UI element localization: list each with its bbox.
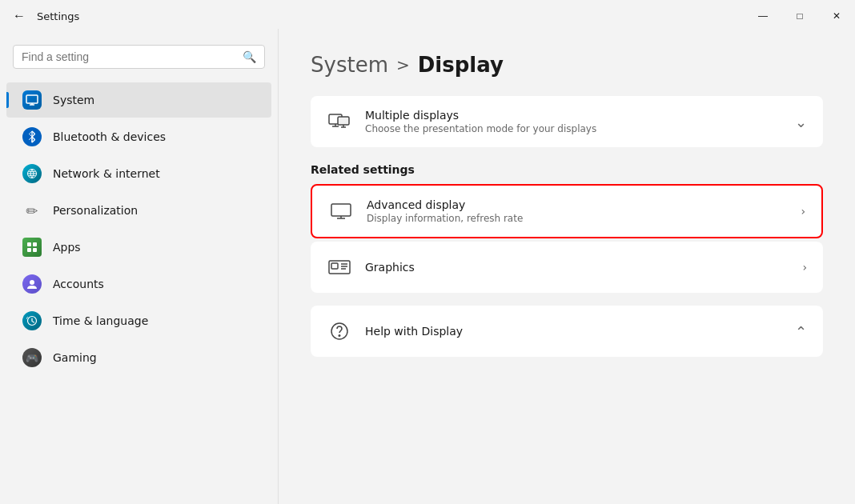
- personalization-icon: ✏️: [22, 201, 42, 220]
- graphics-icon: [327, 254, 352, 280]
- sidebar-accounts-label: Accounts: [53, 278, 104, 290]
- titlebar-left: ← Settings: [10, 6, 79, 26]
- multiple-displays-text: Multiple displays Choose the presentatio…: [365, 109, 782, 134]
- help-display-title: Help with Display: [365, 325, 782, 338]
- titlebar: ← Settings — □ ✕: [0, 0, 855, 29]
- advanced-display-item[interactable]: Advanced display Display information, re…: [312, 186, 821, 237]
- help-display-text: Help with Display: [365, 325, 782, 338]
- svg-rect-15: [33, 248, 37, 252]
- network-icon: [22, 164, 42, 183]
- graphics-title: Graphics: [365, 261, 789, 274]
- maximize-button[interactable]: □: [781, 2, 818, 30]
- advanced-display-icon: [328, 198, 354, 224]
- svg-rect-14: [27, 248, 31, 252]
- time-icon: [22, 311, 42, 330]
- advanced-display-text: Advanced display Display information, re…: [367, 198, 788, 224]
- back-button[interactable]: ←: [10, 6, 29, 26]
- search-container: 🔍: [13, 45, 265, 69]
- sidebar-item-system[interactable]: System: [6, 82, 271, 118]
- search-input[interactable]: [22, 50, 236, 63]
- related-settings-label: Related settings: [311, 163, 823, 176]
- breadcrumb-parent: System: [311, 53, 388, 77]
- breadcrumb-current: Display: [418, 53, 504, 77]
- sidebar-item-apps[interactable]: Apps: [6, 230, 271, 265]
- help-display-card: Help with Display ⌃: [311, 306, 823, 357]
- sidebar-bluetooth-label: Bluetooth & devices: [53, 130, 166, 143]
- graphics-card: Graphics ›: [311, 242, 823, 293]
- sidebar-gaming-label: Gaming: [53, 351, 97, 364]
- titlebar-controls: — □ ✕: [745, 2, 855, 30]
- graphics-item[interactable]: Graphics ›: [311, 242, 823, 293]
- sidebar-item-accounts[interactable]: Accounts: [6, 266, 271, 302]
- advanced-display-card: Advanced display Display information, re…: [311, 184, 823, 238]
- advanced-display-chevron-icon: ›: [801, 205, 805, 218]
- svg-rect-13: [33, 242, 37, 246]
- advanced-display-subtitle: Display information, refresh rate: [367, 213, 788, 224]
- app-body: 🔍 System: [0, 29, 855, 504]
- sidebar-item-network[interactable]: Network & internet: [6, 156, 271, 191]
- sidebar-item-bluetooth[interactable]: Bluetooth & devices: [6, 119, 271, 154]
- svg-rect-24: [331, 204, 351, 216]
- sidebar-item-personalization[interactable]: ✏️ Personalization: [6, 193, 271, 228]
- help-display-collapse-icon: ⌃: [795, 323, 807, 340]
- multiple-displays-icon: [327, 109, 352, 134]
- advanced-display-title: Advanced display: [367, 198, 788, 211]
- multiple-displays-subtitle: Choose the presentation mode for your di…: [365, 123, 782, 134]
- bluetooth-icon: [22, 127, 42, 146]
- multiple-displays-title: Multiple displays: [365, 109, 782, 122]
- sidebar-system-label: System: [53, 94, 94, 106]
- multiple-displays-card: Multiple displays Choose the presentatio…: [311, 96, 823, 147]
- sidebar-item-gaming[interactable]: 🎮 Gaming: [6, 340, 271, 375]
- apps-icon: [22, 238, 42, 257]
- search-icon: 🔍: [243, 50, 256, 63]
- multiple-displays-expand-icon: ⌄: [795, 114, 807, 130]
- search-box: 🔍: [13, 45, 265, 69]
- accounts-icon: [22, 274, 42, 294]
- gaming-icon: 🎮: [22, 348, 42, 367]
- sidebar-network-label: Network & internet: [53, 167, 160, 180]
- sidebar-apps-label: Apps: [53, 241, 81, 254]
- close-button[interactable]: ✕: [818, 2, 855, 30]
- sidebar-item-time[interactable]: Time & language: [6, 303, 271, 338]
- minimize-button[interactable]: —: [745, 2, 781, 30]
- system-icon: [22, 90, 42, 110]
- sidebar-personalization-label: Personalization: [53, 204, 138, 217]
- multiple-displays-item[interactable]: Multiple displays Choose the presentatio…: [311, 96, 823, 147]
- main-content: System > Display Multiple di: [279, 29, 855, 504]
- graphics-chevron-icon: ›: [802, 261, 807, 274]
- sidebar-time-label: Time & language: [53, 314, 148, 327]
- help-display-item[interactable]: Help with Display ⌃: [311, 306, 823, 357]
- graphics-text: Graphics: [365, 261, 789, 274]
- svg-rect-21: [338, 117, 349, 125]
- app-title: Settings: [37, 10, 79, 22]
- breadcrumb-chevron: >: [396, 55, 410, 74]
- help-display-icon: [327, 318, 352, 344]
- svg-rect-12: [27, 242, 31, 246]
- svg-point-16: [30, 280, 34, 285]
- sidebar: 🔍 System: [0, 29, 279, 504]
- page-header: System > Display: [311, 53, 823, 77]
- svg-rect-28: [331, 263, 338, 269]
- svg-point-33: [339, 335, 340, 337]
- svg-rect-0: [26, 95, 38, 103]
